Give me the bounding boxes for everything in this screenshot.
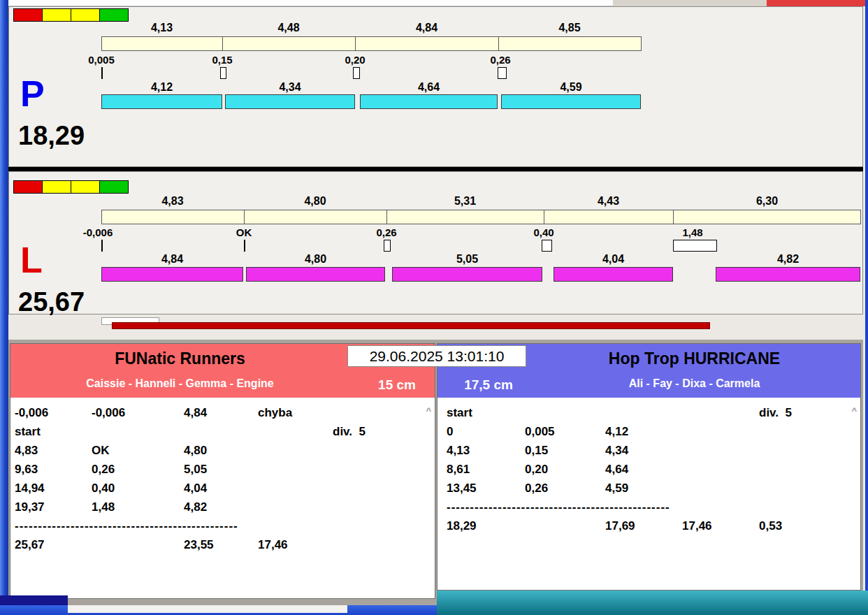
result-row: 4,130,154,34 bbox=[437, 444, 860, 463]
result-cell: -0,006 bbox=[15, 406, 92, 425]
result-row: 00,0054,12 bbox=[437, 425, 860, 444]
exchange-time-label: 0,15 bbox=[194, 54, 250, 66]
result-cell bbox=[759, 425, 860, 444]
light-yellow2-icon bbox=[71, 8, 100, 22]
result-cell: 4,82 bbox=[184, 500, 258, 519]
result-cell: 14,94 bbox=[15, 482, 92, 500]
result-cell bbox=[525, 406, 605, 425]
lane-l-panel: 4,83 4,80 5,31 4,43 6,30 -0,006 OK 0,26 … bbox=[8, 171, 863, 314]
result-cell: div. 5 bbox=[759, 406, 860, 425]
separator-row: ----------------------------------------… bbox=[10, 519, 435, 538]
exchange-marker bbox=[384, 240, 391, 252]
scroll-up-icon[interactable]: ^ bbox=[851, 406, 857, 415]
run-time-label: 4,64 bbox=[360, 81, 498, 94]
split-time-label: 4,43 bbox=[544, 195, 673, 208]
split-segment bbox=[222, 36, 356, 51]
result-cell bbox=[333, 500, 435, 519]
light-yellow2-icon bbox=[71, 180, 100, 194]
lane-l-total-time: 25,67 bbox=[18, 289, 85, 315]
start-lights bbox=[14, 180, 129, 194]
light-green-icon bbox=[99, 180, 129, 194]
run-time-label: 4,84 bbox=[101, 253, 243, 266]
exchange-marker bbox=[542, 240, 552, 252]
result-cell: 4,34 bbox=[605, 444, 682, 463]
result-cell bbox=[258, 425, 333, 444]
result-total-row: 25,6723,5517,46 bbox=[10, 538, 435, 557]
light-red-icon bbox=[13, 180, 43, 194]
result-cell bbox=[258, 482, 333, 500]
scroll-up-icon[interactable]: ^ bbox=[426, 406, 431, 415]
team-right-results[interactable]: startdiv. 5 00,0054,12 4,130,154,34 8,61… bbox=[437, 398, 860, 590]
result-cell: 4,83 bbox=[15, 444, 92, 463]
result-cell: 1,48 bbox=[92, 500, 184, 519]
exchange-marker bbox=[498, 67, 507, 79]
timing-app-window: 4,13 4,48 4,84 4,85 0,005 0,15 0,20 0,26… bbox=[0, 0, 868, 615]
run-bar bbox=[501, 94, 641, 109]
result-cell: 0,53 bbox=[759, 519, 860, 538]
result-row: 19,371,484,82 bbox=[10, 500, 435, 519]
result-cell: 0,15 bbox=[525, 444, 605, 463]
result-cell: 4,12 bbox=[605, 425, 682, 444]
result-cell: start bbox=[15, 425, 92, 444]
desktop-background bbox=[437, 591, 868, 615]
split-time-label: 4,85 bbox=[498, 22, 641, 34]
result-row: 4,83OK4,80 bbox=[10, 444, 435, 463]
result-cell bbox=[605, 406, 682, 425]
result-row: 9,630,265,05 bbox=[10, 463, 435, 482]
result-cell: 0,40 bbox=[92, 482, 184, 500]
split-segment bbox=[498, 36, 642, 51]
result-cell: 9,63 bbox=[15, 463, 92, 482]
split-time-label: 4,83 bbox=[101, 195, 244, 208]
result-cell: OK bbox=[92, 444, 184, 463]
exchange-marker bbox=[220, 67, 226, 79]
split-time-label: 4,48 bbox=[222, 22, 355, 34]
exchange-marker bbox=[353, 67, 360, 79]
exchange-time-label: -0,006 bbox=[70, 226, 126, 238]
result-cell bbox=[184, 425, 258, 444]
result-cell bbox=[759, 444, 860, 463]
team-left-results[interactable]: -0,006-0,0064,84chyba startdiv. 5 4,83OK… bbox=[10, 398, 435, 598]
separator-line: ----------------------------------------… bbox=[447, 500, 860, 519]
result-cell bbox=[759, 463, 860, 482]
team-left-name: FUNatic Runners bbox=[10, 349, 349, 368]
split-time-label: 5,31 bbox=[386, 195, 544, 208]
light-yellow-icon bbox=[42, 8, 71, 22]
result-cell bbox=[333, 463, 435, 482]
run-time-label: 4,12 bbox=[101, 81, 222, 94]
result-cell bbox=[258, 444, 333, 463]
exchange-time-label: 0,20 bbox=[327, 54, 383, 66]
result-cell: -0,006 bbox=[92, 406, 184, 425]
result-cell bbox=[682, 425, 759, 444]
run-time-label: 4,82 bbox=[716, 253, 860, 266]
split-time-label: 6,30 bbox=[673, 195, 861, 208]
result-row: 8,610,204,64 bbox=[437, 463, 860, 482]
result-cell: 8,61 bbox=[447, 463, 525, 482]
run-bar bbox=[101, 267, 243, 282]
team-left-jump-height: 15 cm bbox=[359, 377, 435, 393]
result-cell: 17,69 bbox=[605, 519, 682, 538]
result-cell: 0 bbox=[447, 425, 525, 444]
result-row: startdiv. 5 bbox=[10, 425, 435, 444]
result-cell: 17,46 bbox=[258, 538, 333, 557]
split-segment bbox=[101, 36, 223, 51]
result-cell: 25,67 bbox=[15, 538, 92, 557]
result-cell: 4,59 bbox=[605, 482, 682, 500]
background-window-strip bbox=[767, 0, 868, 6]
start-lights bbox=[14, 8, 129, 22]
exchange-time-label: 0,40 bbox=[516, 226, 572, 238]
window-top-strip-gray bbox=[613, 0, 767, 6]
team-right-jump-height: 17,5 cm bbox=[450, 377, 527, 393]
team-right-name: Hop Trop HURRICANE bbox=[528, 349, 860, 368]
result-cell bbox=[682, 463, 759, 482]
result-cell: 4,84 bbox=[184, 406, 258, 425]
result-total-row: 18,2917,6917,460,53 bbox=[437, 519, 860, 538]
run-bar bbox=[225, 94, 355, 109]
separator-row: ----------------------------------------… bbox=[437, 500, 860, 519]
result-cell: 17,46 bbox=[682, 519, 759, 538]
result-cell bbox=[333, 406, 435, 425]
run-bar bbox=[360, 94, 498, 109]
exchange-time-label: 0,26 bbox=[472, 54, 528, 66]
result-cell bbox=[525, 519, 605, 538]
result-cell bbox=[333, 538, 435, 557]
result-cell bbox=[258, 463, 333, 482]
